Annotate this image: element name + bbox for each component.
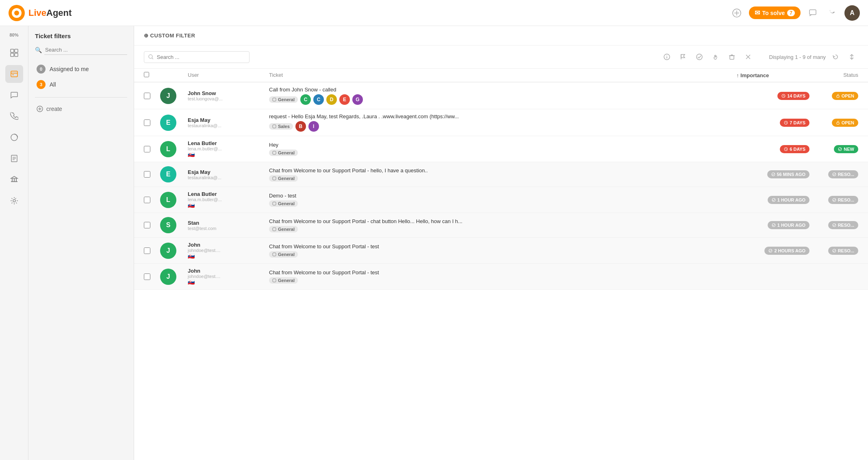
- svg-rect-11: [15, 53, 18, 56]
- user-email: lena.m.butler@...: [188, 197, 266, 202]
- tools-button[interactable]: [742, 50, 755, 63]
- user-info: Esja May testauralinka@...: [184, 169, 266, 180]
- sidebar-item-dashboard[interactable]: [5, 44, 23, 62]
- row-checkbox-input[interactable]: [144, 146, 150, 152]
- row-checkbox[interactable]: [144, 197, 160, 203]
- svg-line-47: [783, 96, 784, 96]
- sidebar-item-tickets[interactable]: [5, 65, 23, 83]
- status-badge: RESO...: [828, 196, 858, 204]
- row-checkbox-input[interactable]: [144, 273, 150, 280]
- svg-rect-10: [11, 53, 14, 56]
- svg-rect-36: [730, 56, 734, 59]
- ticket-search-input[interactable]: [157, 54, 245, 60]
- table-row[interactable]: L Lena Butler lena.m.butler@... 🇸🇰 Demo …: [134, 187, 868, 213]
- custom-filter-label[interactable]: ⊕ CUSTOM FILTER: [144, 33, 195, 39]
- table-row[interactable]: J John Snow test.luongova@... Call from …: [134, 82, 868, 109]
- row-checkbox-input[interactable]: [144, 222, 150, 228]
- ticket-info: Call from John Snow - called General CCD…: [266, 87, 736, 105]
- row-checkbox[interactable]: [144, 273, 160, 280]
- ticket-search-icon: [148, 54, 154, 60]
- user-name: Lena Butler: [188, 140, 266, 146]
- refresh-button[interactable]: [829, 50, 842, 63]
- importance-badge: 6 DAYS: [780, 145, 809, 153]
- create-filter-button[interactable]: create: [35, 102, 127, 115]
- status-badge: OPEN: [832, 119, 858, 127]
- fire-button[interactable]: [709, 50, 722, 63]
- user-info: Lena Butler lena.m.butler@... 🇸🇰: [184, 140, 266, 158]
- row-checkbox[interactable]: [144, 119, 160, 126]
- user-avatar: L: [160, 192, 176, 208]
- row-checkbox-input[interactable]: [144, 93, 150, 99]
- sidebar-item-knowledge[interactable]: [5, 150, 23, 167]
- check-small-icon: [772, 198, 776, 202]
- custom-filter-bar: ⊕ CUSTOM FILTER: [134, 26, 868, 46]
- filter-item-assigned[interactable]: 0 Assigned to me: [35, 61, 127, 77]
- trash-button[interactable]: [725, 50, 738, 63]
- importance-badge: 2 HOURS AGO: [764, 247, 809, 255]
- importance-col: 1 HOUR AGO: [736, 196, 809, 204]
- ticket-header: Ticket: [266, 72, 736, 78]
- sidebar-item-bank[interactable]: [5, 171, 23, 189]
- status-badge: RESO...: [828, 221, 858, 229]
- svg-line-30: [152, 58, 153, 59]
- row-checkbox[interactable]: [144, 222, 160, 228]
- table-row[interactable]: E Esja May testauralinka@... Chat from W…: [134, 162, 868, 187]
- ticket-subject: Call from John Snow - called: [269, 87, 736, 93]
- agent-badge: C: [300, 94, 311, 105]
- sidebar-item-calls[interactable]: [5, 107, 23, 125]
- flag-action-button[interactable]: [677, 50, 690, 63]
- ticket-subject: Chat from Welcome to our Support Portal …: [269, 218, 736, 224]
- info-button[interactable]: [660, 50, 673, 63]
- row-checkbox[interactable]: [144, 93, 160, 99]
- filter-item-all[interactable]: 3 All: [35, 77, 127, 92]
- row-checkbox[interactable]: [144, 171, 160, 178]
- ticket-toolbar: Displaying 1 - 9 of many: [134, 46, 868, 69]
- row-checkbox[interactable]: [144, 247, 160, 254]
- user-avatar-button[interactable]: A: [844, 5, 860, 21]
- select-all-checkbox[interactable]: [144, 72, 149, 77]
- flag-emoji: 🇸🇰: [188, 202, 266, 208]
- row-checkbox-input[interactable]: [144, 197, 150, 203]
- user-avatar-col: L: [160, 192, 184, 208]
- phone-nav-button[interactable]: [825, 6, 840, 20]
- svg-rect-24: [11, 181, 17, 182]
- row-checkbox-input[interactable]: [144, 247, 150, 254]
- table-row[interactable]: J John johndoe@test.... 🇸🇰 Chat from Wel…: [134, 238, 868, 264]
- table-row[interactable]: J John johndoe@test.... 🇸🇰 Chat from Wel…: [134, 264, 868, 290]
- to-solve-button[interactable]: ✉ To solve 7: [749, 7, 801, 19]
- filter-search-input[interactable]: [44, 45, 127, 55]
- sort-button[interactable]: [845, 50, 858, 63]
- status-col: RESO...: [809, 221, 858, 229]
- ticket-tag: General: [269, 200, 298, 207]
- user-avatar-col: E: [160, 115, 184, 131]
- dashboard-icon: [10, 49, 18, 57]
- add-button[interactable]: [729, 6, 744, 20]
- row-checkbox[interactable]: [144, 146, 160, 152]
- sidebar-item-reports[interactable]: [5, 128, 23, 146]
- row-checkbox-input[interactable]: [144, 119, 150, 126]
- chat-nav-button[interactable]: [805, 6, 820, 20]
- ticket-subject: request - Hello Esja May, test Regards, …: [269, 113, 736, 119]
- top-nav: LiveAgent ✉ To solve 7: [0, 0, 868, 26]
- status-badge: OPEN: [832, 92, 858, 100]
- check-button[interactable]: [693, 50, 706, 63]
- sidebar-item-chat[interactable]: [5, 86, 23, 104]
- tag-icon: [272, 176, 276, 180]
- ticket-tag: General: [269, 150, 298, 156]
- table-row[interactable]: L Lena Butler lena.m.butler@... 🇸🇰 Hey G…: [134, 136, 868, 162]
- table-row[interactable]: S Stan test@test.com Chat from Welcome t…: [134, 213, 868, 238]
- sort-icon: [848, 54, 855, 60]
- importance-col: 14 DAYS: [736, 92, 809, 100]
- flag-emoji: 🇸🇰: [188, 253, 266, 259]
- row-checkbox-input[interactable]: [144, 171, 150, 178]
- importance-col: 2 HOURS AGO: [736, 247, 809, 255]
- sidebar-item-settings[interactable]: [5, 192, 23, 210]
- user-avatar: E: [160, 166, 176, 182]
- progress-indicator: 80%: [9, 33, 18, 37]
- tools-icon: [745, 54, 751, 60]
- svg-point-2: [14, 11, 19, 15]
- calls-icon: [10, 112, 18, 120]
- tickets-icon: [10, 70, 18, 78]
- table-row[interactable]: E Esja May testauralinka@... request - H…: [134, 109, 868, 136]
- importance-badge: 7 DAYS: [780, 119, 809, 127]
